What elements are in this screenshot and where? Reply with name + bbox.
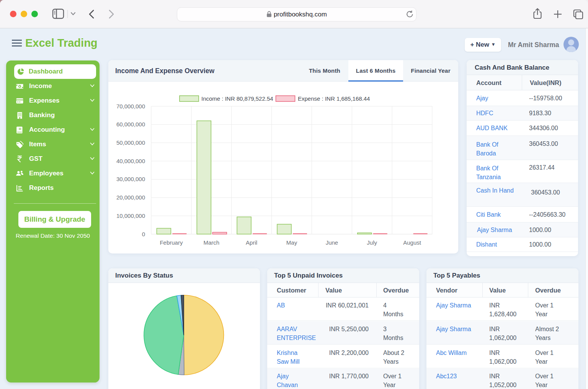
svg-text:February: February	[160, 239, 183, 246]
svg-text:July: July	[367, 239, 377, 246]
svg-text:10,000,000: 10,000,000	[116, 212, 145, 219]
svg-text:March: March	[203, 239, 219, 246]
svg-text:50,000,000: 50,000,000	[116, 139, 145, 146]
svg-text:Income : INR 80,879,522.54: Income : INR 80,879,522.54	[201, 95, 273, 102]
svg-text:60,000,000: 60,000,000	[116, 121, 145, 127]
svg-text:August: August	[403, 239, 421, 246]
svg-text:April: April	[246, 239, 257, 246]
svg-text:30,000,000: 30,000,000	[116, 176, 145, 182]
svg-text:May: May	[286, 239, 297, 246]
svg-text:0: 0	[142, 231, 145, 237]
svg-text:70,000,000: 70,000,000	[116, 103, 145, 110]
svg-text:June: June	[326, 239, 338, 246]
svg-text:20,000,000: 20,000,000	[116, 194, 145, 201]
svg-text:40,000,000: 40,000,000	[116, 158, 145, 164]
svg-text:Expense : INR 1,685,168.44: Expense : INR 1,685,168.44	[298, 95, 370, 102]
